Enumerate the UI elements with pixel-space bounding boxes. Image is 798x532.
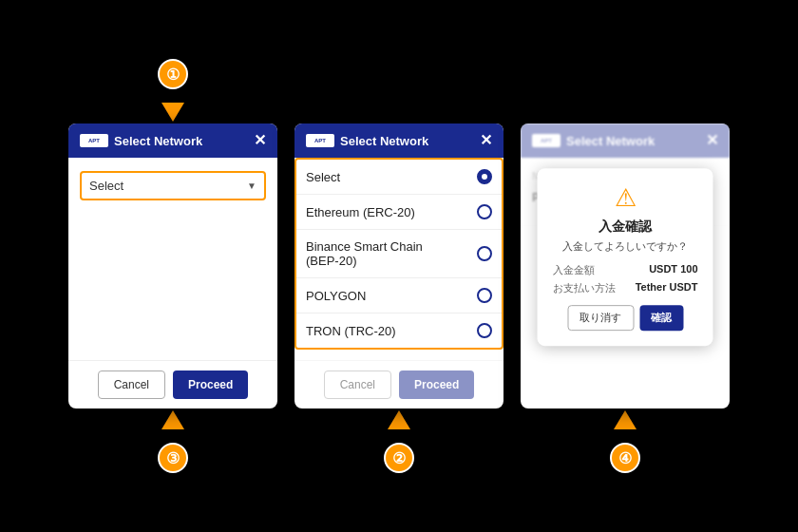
modal-body-2: Select Ethereum (ERC-20) Binance Smart C… [294,158,504,360]
amount-label: 入金金額 [553,263,595,277]
modal-card-2: APT Select Network ✕ Select Ethereum (ER… [294,124,504,408]
network-option-bep20[interactable]: Binance Smart Chain(BEP-20) [296,230,502,278]
modal-footer-2: Cancel Proceed [294,360,504,408]
confirm-dialog: ⚠ 入金確認 入金してよろしいですか？ 入金金額 USDT 100 お支払い方法… [538,168,713,346]
modal-logo-3: APT [532,134,560,147]
select-label-1: Select [89,179,124,193]
modal-title-3: Select Network [566,134,655,148]
step-badge-2: ② [384,443,414,473]
radio-erc20 [477,204,492,219]
modal-header-3: APT Select Network ✕ [521,124,730,158]
method-label: お支払い方法 [553,281,616,295]
step-badge-4: ④ [610,443,640,473]
svg-marker-3 [614,410,636,429]
arrow-up-2 [385,408,413,437]
network-option-trc20[interactable]: TRON (TRC-20) [296,314,502,348]
dialog-cancel-button[interactable]: 取り消す [567,305,634,331]
step-badge-1: ① [158,59,188,89]
modal-header-1: APT Select Network ✕ [68,124,277,158]
modal-footer-1: Cancel Proceed [68,360,277,408]
confirm-row-method: お支払い方法 Tether USDT [553,281,698,295]
cancel-button-2[interactable]: Cancel [324,370,391,399]
cancel-button-1[interactable]: Cancel [98,370,165,399]
modal-body-1: Select ▼ [68,158,277,360]
confirm-subtitle: 入金してよろしいですか？ [553,239,698,254]
dialog-confirm-button[interactable]: 確認 [639,305,683,331]
network-select-1[interactable]: Select ▼ [80,171,266,200]
proceed-button-1[interactable]: Proceed [173,370,248,399]
step-badge-3: ③ [158,443,188,473]
radio-trc20 [477,323,492,338]
confirm-row-amount: 入金金額 USDT 100 [553,263,698,277]
modal-title-1: Select Network [114,134,202,148]
main-container: ① APT Select Network ✕ Select ▼ [0,0,798,532]
modal-card-1: APT Select Network ✕ Select ▼ Cancel Pro… [68,124,277,408]
modal-title-2: Select Network [340,134,428,148]
radio-polygon [477,288,492,303]
modal-logo-1: APT [80,134,108,147]
radio-bep20 [477,246,492,261]
warning-icon: ⚠ [553,183,698,213]
card-wrapper-3: APT Select Network ✕ Network POLYGON Can… [521,59,730,473]
network-list: Select Ethereum (ERC-20) Binance Smart C… [294,158,504,350]
network-option-erc20[interactable]: Ethereum (ERC-20) [296,195,502,230]
network-option-polygon[interactable]: POLYGON [296,278,502,314]
confirm-title: 入金確認 [553,218,698,236]
close-button-3[interactable]: ✕ [706,133,718,148]
method-value: Tether USDT [636,281,698,295]
svg-marker-2 [388,410,410,429]
arrow-up-3 [611,408,639,437]
confirm-buttons: 取り消す 確認 [553,305,698,331]
svg-marker-0 [162,103,184,122]
arrow-up-1 [159,408,187,437]
proceed-button-2[interactable]: Proceed [399,370,474,399]
modal-header-2: APT Select Network ✕ [294,124,504,158]
card-wrapper-1: ① APT Select Network ✕ Select ▼ [68,59,277,473]
amount-value: USDT 100 [649,263,697,277]
svg-marker-1 [162,410,184,429]
chevron-icon-1: ▼ [247,180,256,191]
radio-select [477,169,492,184]
modal-card-3: APT Select Network ✕ Network POLYGON Can… [521,124,730,408]
close-button-2[interactable]: ✕ [480,133,492,148]
close-button-1[interactable]: ✕ [254,133,266,148]
arrow-down-1 [159,95,187,124]
network-option-select[interactable]: Select [296,160,502,195]
modal-logo-2: APT [306,134,334,147]
card-wrapper-2: APT Select Network ✕ Select Ethereum (ER… [294,59,504,473]
